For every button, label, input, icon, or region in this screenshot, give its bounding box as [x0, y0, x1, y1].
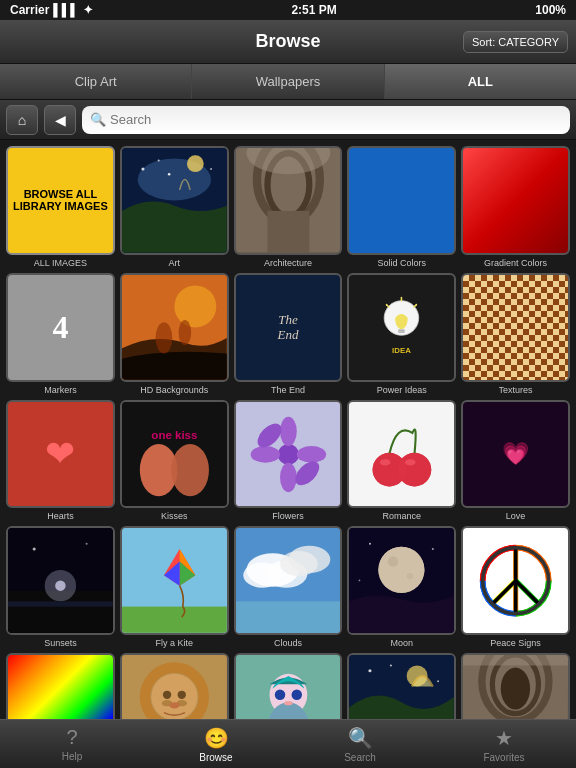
grid-item-fly-kite[interactable]: Fly a Kite: [120, 526, 229, 648]
grid-item-art2[interactable]: Art: [347, 653, 456, 719]
svg-point-6: [210, 168, 212, 170]
svg-point-42: [55, 581, 65, 591]
grid-item-gradient-colors[interactable]: Gradient Colors: [461, 146, 570, 268]
kisses-thumbnail: one kiss: [122, 402, 227, 507]
svg-point-90: [291, 690, 301, 700]
grid-item-peace-signs[interactable]: Peace Signs: [461, 526, 570, 648]
grid-item-art[interactable]: Art: [120, 146, 229, 268]
svg-point-58: [280, 551, 318, 576]
bottom-tab-help-label: Help: [62, 751, 83, 762]
svg-rect-21: [122, 402, 227, 507]
kite-thumbnail: [122, 528, 227, 633]
svg-point-4: [157, 160, 159, 162]
romance-thumbnail: [360, 412, 444, 496]
time-label: 2:51 PM: [291, 3, 336, 17]
grid-item-all-images[interactable]: BROWSE ALL LIBRARY IMAGES ALL IMAGES: [6, 146, 115, 268]
grid-item-architecture2[interactable]: Architecture: [461, 653, 570, 719]
grid-label-gradient-colors: Gradient Colors: [484, 258, 547, 268]
grid-item-solid-colors[interactable]: Solid Colors: [347, 146, 456, 268]
grid-item-the-end[interactable]: TheEnd The End: [234, 273, 343, 395]
grid-item-anime[interactable]: Anime: [234, 653, 343, 719]
svg-text:one kiss: one kiss: [151, 428, 197, 440]
svg-rect-10: [267, 211, 309, 253]
bottom-tab-browse[interactable]: 😊 Browse: [144, 720, 288, 768]
svg-rect-47: [122, 607, 227, 633]
search-bottom-icon: 🔍: [348, 726, 373, 750]
favorites-icon: ★: [495, 726, 513, 750]
grid-item-kisses[interactable]: one kiss Kisses: [120, 400, 229, 522]
svg-point-100: [501, 668, 530, 710]
grid-label-moon: Moon: [391, 638, 414, 648]
grid-label-all-images: ALL IMAGES: [34, 258, 87, 268]
svg-point-24: [171, 444, 209, 496]
grid-item-hd-backgrounds[interactable]: HD Backgrounds: [120, 273, 229, 395]
svg-point-94: [369, 669, 372, 672]
svg-point-63: [407, 574, 413, 580]
back-button[interactable]: ◀: [44, 105, 76, 135]
svg-point-14: [155, 322, 172, 353]
heart-icon: ❤: [45, 433, 75, 475]
grid-item-textures[interactable]: Textures: [461, 273, 570, 395]
bottom-tab-help[interactable]: ? Help: [0, 720, 144, 768]
grid-label-fly-kite: Fly a Kite: [155, 638, 193, 648]
power-ideas-thumbnail: IDEA: [370, 296, 433, 359]
search-input[interactable]: [110, 112, 562, 127]
grid-item-abstract[interactable]: Abstract: [6, 653, 115, 719]
image-grid: BROWSE ALL LIBRARY IMAGES ALL IMAGES Art: [0, 140, 576, 719]
grid-label-art: Art: [168, 258, 180, 268]
grid-item-flowers[interactable]: Flowers: [234, 400, 343, 522]
moon-thumbnail: [349, 528, 454, 633]
svg-point-38: [405, 459, 415, 465]
tab-bar: Clip Art Wallpapers ALL: [0, 64, 576, 100]
svg-point-84: [177, 691, 185, 699]
grid-label-the-end: The End: [271, 385, 305, 395]
bottom-tab-search-label: Search: [344, 752, 376, 763]
svg-point-27: [280, 416, 297, 445]
bottom-tab-favorites-label: Favorites: [483, 752, 524, 763]
love-icon: 💗: [502, 441, 529, 467]
svg-point-44: [33, 548, 36, 551]
anime-thumbnail: [236, 655, 341, 719]
grid-item-markers[interactable]: 4 Markers: [6, 273, 115, 395]
help-icon: ?: [66, 726, 77, 749]
svg-rect-43: [8, 602, 113, 607]
svg-point-13: [174, 285, 216, 327]
svg-point-91: [284, 701, 292, 705]
svg-point-80: [155, 680, 193, 718]
grid-item-moon[interactable]: Moon: [347, 526, 456, 648]
grid-label-flowers: Flowers: [272, 511, 304, 521]
tab-all[interactable]: ALL: [385, 64, 576, 99]
grid-item-hearts[interactable]: ❤ Hearts: [6, 400, 115, 522]
bottom-tab-browse-label: Browse: [199, 752, 232, 763]
grid-item-architecture[interactable]: Architecture: [234, 146, 343, 268]
grid-item-romance[interactable]: Romance: [347, 400, 456, 522]
grid-item-clouds[interactable]: Clouds: [234, 526, 343, 648]
bottom-tab-search[interactable]: 🔍 Search: [288, 720, 432, 768]
svg-point-62: [388, 557, 398, 567]
svg-point-28: [280, 462, 297, 491]
back-icon: ◀: [55, 112, 66, 128]
grid-item-love[interactable]: 💗 Love: [461, 400, 570, 522]
grid-item-animals[interactable]: Animals: [120, 653, 229, 719]
art2-thumbnail: [349, 655, 454, 719]
grid-item-sunsets[interactable]: Sunsets: [6, 526, 115, 648]
svg-point-96: [437, 680, 439, 682]
toolbar: ⌂ ◀ 🔍: [0, 100, 576, 140]
nav-bar: Browse Sort: CATEGORY: [0, 20, 576, 64]
peace-thumbnail: [479, 544, 552, 617]
home-button[interactable]: ⌂: [6, 105, 38, 135]
tab-wallpapers[interactable]: Wallpapers: [192, 64, 384, 99]
grid-label-love: Love: [506, 511, 526, 521]
search-bar[interactable]: 🔍: [82, 106, 570, 134]
tab-clip-art[interactable]: Clip Art: [0, 64, 192, 99]
svg-point-85: [169, 702, 179, 708]
search-magnifier-icon: 🔍: [90, 112, 106, 127]
bottom-tab-bar: ? Help 😊 Browse 🔍 Search ★ Favorites: [0, 719, 576, 768]
grid-item-power-ideas[interactable]: IDEA Power Ideas: [347, 273, 456, 395]
grid-label-clouds: Clouds: [274, 638, 302, 648]
sort-button[interactable]: Sort: CATEGORY: [463, 31, 568, 53]
bottom-tab-favorites[interactable]: ★ Favorites: [432, 720, 576, 768]
svg-point-3: [141, 167, 144, 170]
grid-label-architecture: Architecture: [264, 258, 312, 268]
svg-point-66: [359, 580, 361, 582]
